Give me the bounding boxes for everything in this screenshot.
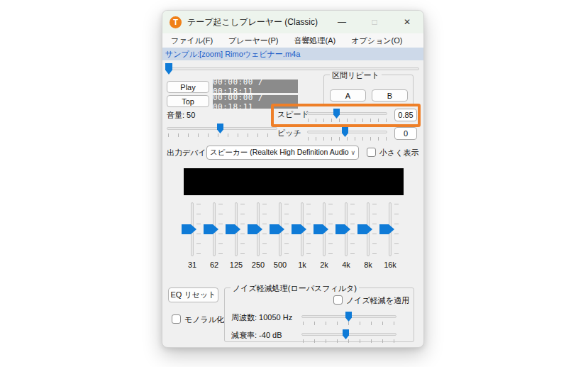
output-device-select[interactable]: スピーカー (Realtek High Definition Audio(S ∨: [206, 146, 359, 160]
small-view-label: 小さく表示: [379, 148, 419, 158]
eq-ticks: [218, 204, 223, 255]
eq-thumb[interactable]: [270, 224, 284, 234]
noise-attenuation-label: 減衰率: -40 dB: [231, 330, 282, 341]
eq-band-label: 1k: [292, 261, 313, 269]
eq-band-label: 125: [226, 261, 247, 269]
window-controls: — □ ✕: [326, 11, 423, 33]
noise-apply-checkbox[interactable]: [333, 295, 343, 305]
pitch-thumb[interactable]: [342, 127, 348, 137]
noise-frequency-ticks: [303, 322, 396, 325]
spectrum-display: [184, 168, 404, 195]
eq-slider-500[interactable]: [270, 202, 291, 256]
eq-slider-4k[interactable]: [335, 202, 357, 256]
noise-frequency-thumb[interactable]: [345, 312, 352, 322]
eq-band-label: 16k: [379, 261, 401, 269]
eq-ticks: [240, 204, 245, 255]
chevron-down-icon: ∨: [350, 149, 355, 156]
eq-band-label: 2k: [314, 261, 335, 269]
top-button[interactable]: Top: [167, 95, 209, 107]
menu-file[interactable]: ファイル(F): [171, 35, 213, 46]
eq-band-label: 8k: [357, 261, 379, 269]
menu-audio-processing[interactable]: 音響処理(A): [294, 35, 336, 46]
eq-slider-8k[interactable]: [357, 202, 379, 256]
eq-ticks: [196, 204, 201, 255]
maximize-button: □: [358, 11, 391, 33]
eq-ticks: [372, 204, 377, 255]
eq-thumb[interactable]: [379, 224, 394, 234]
speed-thumb[interactable]: [333, 109, 340, 119]
mono-label: モノラル化: [184, 314, 224, 325]
close-button[interactable]: ✕: [391, 11, 423, 33]
app-icon: T: [170, 16, 182, 28]
time-current-total-row1: 00:00:00 / 00:18:11: [213, 80, 298, 93]
play-button[interactable]: Play: [167, 81, 209, 93]
eq-band-label: 250: [248, 261, 269, 269]
repeat-a-button[interactable]: A: [330, 89, 366, 102]
eq-thumb[interactable]: [182, 224, 196, 234]
noise-attenuation-ticks: [303, 339, 396, 343]
pitch-label: ピッチ: [277, 128, 301, 138]
eq-ticks: [394, 204, 399, 255]
eq-ticks: [306, 204, 311, 255]
app-window: T テープ起こしプレーヤー (Classic) — □ ✕ ファイル(F) プレ…: [162, 10, 424, 348]
eq-thumb[interactable]: [357, 224, 372, 234]
volume-label: 音量: 50: [167, 110, 195, 121]
volume-thumb[interactable]: [217, 124, 223, 133]
eq-band-label: 4k: [335, 261, 357, 269]
eq-ticks: [284, 204, 289, 255]
seek-thumb[interactable]: [165, 63, 172, 75]
mono-checkbox[interactable]: [172, 314, 181, 324]
eq-thumb[interactable]: [335, 224, 350, 234]
window-title: テープ起こしプレーヤー (Classic): [187, 16, 318, 28]
noise-apply-label: ノイズ軽減を適用: [346, 295, 409, 306]
eq-ticks: [350, 204, 355, 255]
eq-thumb[interactable]: [204, 224, 218, 234]
eq-thumb[interactable]: [226, 224, 240, 234]
pitch-ticks: [308, 137, 387, 141]
eq-band-label: 62: [204, 261, 225, 269]
eq-band-label: 500: [270, 261, 291, 269]
title-bar: T テープ起こしプレーヤー (Classic) — □ ✕: [162, 11, 423, 33]
noise-reduction-group: ノイズ軽減処理(ローパスフィルタ) ノイズ軽減を適用 周波数: 10050 Hz…: [224, 287, 414, 342]
eq-slider-16k[interactable]: [379, 202, 401, 256]
eq-band-label: 31: [182, 261, 203, 269]
pitch-value[interactable]: 0: [394, 127, 417, 140]
speed-track[interactable]: [307, 112, 387, 115]
output-device-value: スピーカー (Realtek High Definition Audio(S: [210, 148, 349, 158]
noise-attenuation-track[interactable]: [301, 333, 396, 336]
screenshot-stage: T テープ起こしプレーヤー (Classic) — □ ✕ ファイル(F) プレ…: [0, 0, 588, 367]
eq-slider-2k[interactable]: [314, 202, 335, 256]
speed-label: スピード: [277, 109, 309, 120]
eq-thumb[interactable]: [292, 224, 306, 234]
minimize-button[interactable]: —: [326, 11, 358, 33]
section-repeat-title: 区間リピート: [330, 70, 382, 81]
noise-attenuation-thumb[interactable]: [343, 329, 349, 339]
eq-reset-button[interactable]: EQ リセット: [168, 287, 218, 302]
eq-slider-125[interactable]: [226, 202, 247, 256]
eq-slider-250[interactable]: [248, 202, 269, 256]
noise-reduction-title: ノイズ軽減処理(ローパスフィルタ): [231, 283, 359, 294]
eq-slider-1k[interactable]: [292, 202, 313, 256]
volume-ticks: [168, 133, 277, 137]
repeat-b-button[interactable]: B: [372, 89, 408, 102]
time-current-total-row2: 00:00:00 / 00:18:11: [213, 95, 298, 109]
section-repeat-group: 区間リピート A B: [323, 75, 414, 106]
eq-thumb[interactable]: [248, 224, 262, 234]
menu-player[interactable]: プレーヤー(P): [228, 35, 278, 46]
eq-thumb[interactable]: [314, 224, 328, 234]
menu-options[interactable]: オプション(O): [351, 35, 402, 46]
file-name-bar: サンプル:[zoom] Rimoウェビナー.m4a: [162, 48, 423, 60]
eq-ticks: [262, 204, 267, 255]
eq-slider-62[interactable]: [204, 202, 225, 256]
time-display: 00:00:00 / 00:18:11 00:00:00 / 00:18:11: [213, 80, 298, 109]
small-view-checkbox[interactable]: [367, 148, 376, 157]
eq-slider-31[interactable]: [182, 202, 203, 256]
menu-bar: ファイル(F) プレーヤー(P) 音響処理(A) オプション(O): [162, 33, 423, 48]
noise-frequency-label: 周波数: 10050 Hz: [231, 312, 292, 323]
speed-ticks: [308, 119, 387, 122]
eq-ticks: [328, 204, 333, 255]
speed-value[interactable]: 0.85: [394, 109, 417, 121]
current-file-label: サンプル:[zoom] Rimoウェビナー.m4a: [165, 49, 300, 60]
